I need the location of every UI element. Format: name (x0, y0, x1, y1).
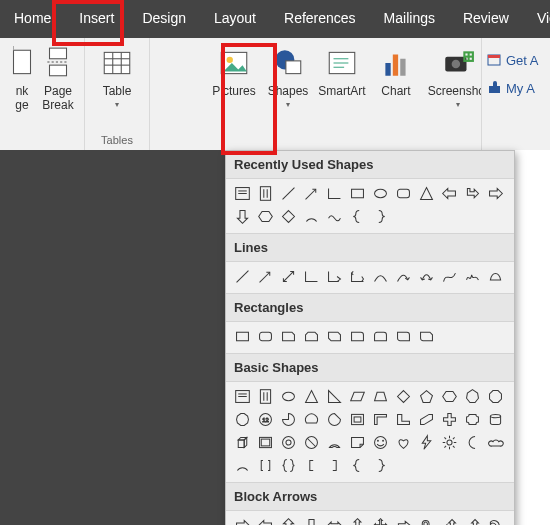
shape-hexagon[interactable] (439, 386, 460, 407)
pictures-button[interactable]: Pictures (207, 42, 261, 144)
shape-lightning[interactable] (416, 432, 437, 453)
get-addins-button[interactable]: Get A (486, 46, 546, 74)
shape-snip-single[interactable] (278, 326, 299, 347)
shape-left-up-arrow[interactable] (439, 515, 460, 525)
shape-snip-same[interactable] (301, 326, 322, 347)
shape-moon[interactable] (462, 432, 483, 453)
shape-freeform-closed[interactable] (485, 266, 506, 287)
shape-pentagon[interactable] (416, 386, 437, 407)
table-button[interactable]: Table ▾ (90, 42, 144, 132)
shape-bracket-left[interactable] (301, 455, 322, 476)
shape-octagon[interactable] (485, 386, 506, 407)
shape-folded-corner[interactable] (347, 432, 368, 453)
shape-vert-text-box[interactable] (255, 386, 276, 407)
shape-triangle[interactable] (416, 183, 437, 204)
shape-double-bracket[interactable] (255, 455, 276, 476)
tab-insert[interactable]: Insert (65, 0, 128, 38)
shape-rounded-rect[interactable] (255, 326, 276, 347)
shape-rect[interactable] (232, 326, 253, 347)
shape-pie[interactable] (278, 409, 299, 430)
shape-text-box[interactable] (232, 386, 253, 407)
shape-right-arrow[interactable] (485, 183, 506, 204)
shape-right-triangle[interactable] (324, 386, 345, 407)
tab-references[interactable]: References (270, 0, 370, 38)
my-addins-button[interactable]: My A (486, 74, 546, 102)
shape-chord[interactable] (301, 409, 322, 430)
shape-curve[interactable] (370, 266, 391, 287)
shape-corner-line[interactable] (324, 183, 345, 204)
shape-up-down-arrow[interactable] (347, 515, 368, 525)
shape-curve-arrow[interactable] (393, 266, 414, 287)
shape-rounded-rect[interactable] (393, 183, 414, 204)
shape-dodecagon[interactable]: 12 (255, 409, 276, 430)
shape-elbow-double[interactable] (347, 266, 368, 287)
tab-design[interactable]: Design (128, 0, 200, 38)
shape-triangle[interactable] (301, 386, 322, 407)
shape-arc[interactable] (301, 206, 322, 227)
shape-cube[interactable] (232, 432, 253, 453)
shape-line-arrow[interactable] (301, 183, 322, 204)
shape-down-arrow[interactable] (232, 206, 253, 227)
blank-page-button[interactable]: nk ge (6, 42, 38, 144)
shape-bent-arrow[interactable] (393, 515, 414, 525)
shape-brace-left[interactable] (347, 206, 368, 227)
shape-down-arrow[interactable] (301, 515, 322, 525)
shape-brace-left[interactable] (347, 455, 368, 476)
shape-line[interactable] (232, 266, 253, 287)
shape-line[interactable] (278, 183, 299, 204)
shape-vert-text-box[interactable] (255, 183, 276, 204)
shape-brace-right[interactable] (370, 206, 391, 227)
shape-text-box[interactable] (232, 183, 253, 204)
shape-diag-stripe[interactable] (416, 409, 437, 430)
shape-round-same[interactable] (370, 326, 391, 347)
shape-right-arrow[interactable] (232, 515, 253, 525)
shape-teardrop[interactable] (324, 409, 345, 430)
page-break-button[interactable]: Page Break (38, 42, 78, 144)
shape-cloud[interactable] (485, 432, 506, 453)
shape-block-arc[interactable] (324, 432, 345, 453)
shape-heart[interactable] (393, 432, 414, 453)
shape-brace-right[interactable] (370, 455, 391, 476)
shape-curved-right-arrow[interactable] (485, 515, 506, 525)
shape-uturn-arrow[interactable] (416, 515, 437, 525)
tab-mailings[interactable]: Mailings (370, 0, 449, 38)
shape-round-single[interactable] (347, 326, 368, 347)
shape-no-symbol[interactable] (301, 432, 322, 453)
shape-oval[interactable] (278, 386, 299, 407)
shape-bent-up-arrow[interactable] (462, 515, 483, 525)
shape-sun[interactable] (439, 432, 460, 453)
shape-l-arrow[interactable] (439, 183, 460, 204)
shape-elbow-arrow[interactable] (324, 266, 345, 287)
shape-wave[interactable] (324, 206, 345, 227)
shape-flow-decision[interactable] (278, 206, 299, 227)
shape-bevel[interactable] (255, 432, 276, 453)
shape-left-arrow[interactable] (255, 515, 276, 525)
shape-r-corner-arrow[interactable] (462, 183, 483, 204)
shape-plaque[interactable] (462, 409, 483, 430)
shape-parallelogram[interactable] (347, 386, 368, 407)
tab-review[interactable]: Review (449, 0, 523, 38)
shape-scribble[interactable] (462, 266, 483, 287)
shape-frame[interactable] (347, 409, 368, 430)
shape-trapezoid[interactable] (370, 386, 391, 407)
shape-bracket-right[interactable] (324, 455, 345, 476)
tab-layout[interactable]: Layout (200, 0, 270, 38)
tab-view[interactable]: Vie (523, 0, 550, 38)
shape-double-brace[interactable] (278, 455, 299, 476)
shape-heptagon[interactable] (462, 386, 483, 407)
shape-double-arrow[interactable] (278, 266, 299, 287)
shape-hexagon-ish[interactable] (255, 206, 276, 227)
shape-l-shape[interactable] (393, 409, 414, 430)
shape-diamond[interactable] (393, 386, 414, 407)
shape-can[interactable] (485, 409, 506, 430)
shape-smiley[interactable] (370, 432, 391, 453)
shape-oval[interactable] (370, 183, 391, 204)
shape-freeform[interactable] (439, 266, 460, 287)
shapes-button[interactable]: Shapes ▾ (261, 42, 315, 144)
shape-curve-double[interactable] (416, 266, 437, 287)
shape-half-frame[interactable] (370, 409, 391, 430)
shape-arc2[interactable] (232, 455, 253, 476)
shape-elbow[interactable] (301, 266, 322, 287)
shape-snip-round[interactable] (416, 326, 437, 347)
shape-snip-diag[interactable] (324, 326, 345, 347)
